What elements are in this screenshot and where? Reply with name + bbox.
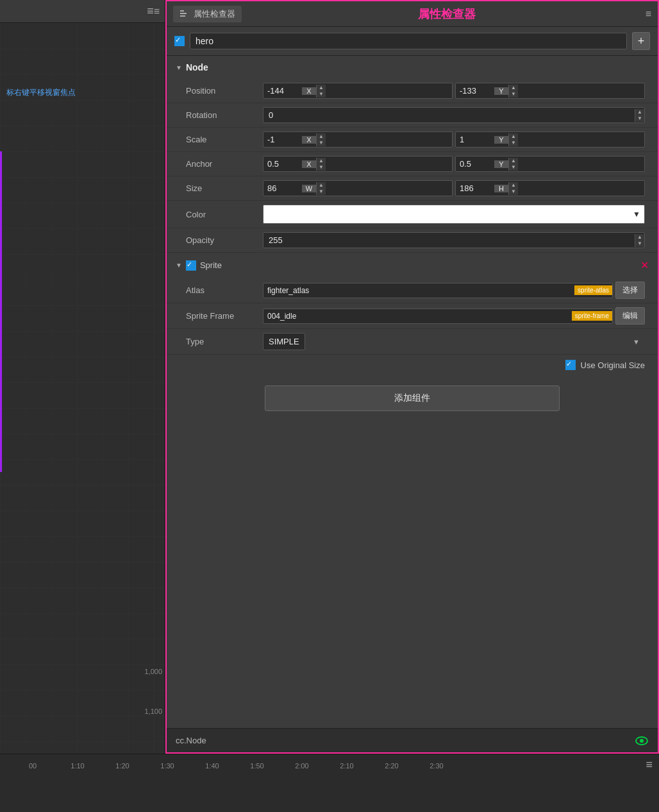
scale-x-up[interactable]: ▲	[317, 133, 326, 140]
size-h-up[interactable]: ▲	[509, 182, 518, 189]
sprite-section-title: Sprite	[200, 260, 222, 270]
scale-y-input[interactable]	[456, 132, 494, 147]
size-h-spinners: ▲ ▼	[508, 182, 518, 195]
anchor-row: Anchor X ▲ ▼ Y ▲ ▼	[167, 152, 658, 176]
position-x-input[interactable]	[263, 83, 302, 98]
anchor-y-up[interactable]: ▲	[509, 158, 518, 164]
size-h-down[interactable]: ▼	[509, 189, 518, 195]
color-row: Color ▼	[167, 201, 658, 228]
node-name-input[interactable]	[190, 33, 627, 49]
rotation-label: Rotation	[186, 110, 263, 120]
scale-controls: X ▲ ▼ Y ▲ ▼	[263, 131, 645, 148]
type-label: Type	[186, 337, 263, 346]
scale-x-spinners: ▲ ▼	[316, 133, 326, 146]
scale-label: Scale	[186, 135, 263, 144]
rotation-input[interactable]	[263, 108, 635, 123]
scene-hint-text: 标右键平移视窗焦点	[6, 87, 76, 98]
position-x-spinners: ▲ ▼	[316, 85, 326, 97]
anchor-y-badge: Y	[494, 160, 508, 168]
node-enabled-checkbox[interactable]	[174, 36, 185, 46]
scale-x-input[interactable]	[263, 132, 302, 147]
position-y-field: Y ▲ ▼	[455, 83, 645, 99]
use-original-size-row: Use Original Size	[167, 355, 658, 375]
size-w-up[interactable]: ▲	[317, 182, 326, 189]
y-badge: Y	[494, 87, 508, 95]
opacity-input[interactable]	[263, 233, 635, 248]
color-controls: ▼	[263, 205, 645, 224]
position-y-input[interactable]	[456, 83, 494, 98]
ruler-120: 1:20	[100, 762, 145, 770]
anchor-x-down[interactable]: ▼	[317, 164, 326, 171]
node-section-header[interactable]: ▼ Node	[167, 56, 658, 79]
sprite-section-close[interactable]: ✕	[640, 259, 649, 271]
sprite-frame-value-text: 004_idle	[263, 309, 572, 323]
scale-y-spinners: ▲ ▼	[508, 133, 518, 146]
sprite-frame-field: 004_idle sprite-frame	[263, 309, 613, 324]
anchor-y-down[interactable]: ▼	[509, 164, 518, 171]
scene-menu-icon[interactable]: ≡	[147, 4, 160, 18]
size-h-input[interactable]	[456, 181, 494, 196]
anchor-x-input[interactable]	[263, 156, 302, 171]
size-row: Size W ▲ ▼ H ▲ ▼	[167, 176, 658, 201]
scene-grid: 标右键平移视窗焦点 1,000 1,100	[0, 23, 165, 754]
ruler-left: 1,000 1,100	[144, 668, 165, 715]
scene-panel: ≡ 标右键平移视窗焦点 1,000 1,100	[0, 0, 165, 754]
ruler-110: 1:10	[55, 762, 100, 770]
position-row: Position X ▲ ▼ Y ▲ ▼	[167, 79, 658, 103]
anchor-controls: X ▲ ▼ Y ▲ ▼	[263, 156, 645, 172]
opacity-up[interactable]: ▲	[635, 234, 644, 241]
size-h-field: H ▲ ▼	[455, 180, 645, 196]
sprite-frame-edit-button[interactable]: 编辑	[615, 307, 645, 325]
eye-icon[interactable]	[635, 735, 649, 747]
sprite-enabled-checkbox[interactable]	[186, 260, 196, 271]
color-picker[interactable]: ▼	[263, 205, 645, 224]
position-x-up[interactable]: ▲	[317, 85, 326, 91]
footer-node-label: cc.Node	[176, 736, 206, 745]
atlas-row: Atlas fighter_atlas sprite-atlas 选择	[167, 278, 658, 303]
size-w-spinners: ▲ ▼	[316, 182, 326, 195]
svg-rect-0	[0, 23, 165, 754]
anchor-y-input[interactable]	[456, 156, 494, 171]
inspector-tab[interactable]: 属性检查器	[173, 6, 242, 22]
rotation-field: ▲ ▼	[263, 107, 645, 123]
anchor-x-up[interactable]: ▲	[317, 158, 326, 164]
inspector-menu-icon[interactable]: ≡	[646, 8, 651, 20]
purple-line	[0, 151, 2, 472]
sprite-section-header[interactable]: ▼ Sprite ✕	[167, 253, 658, 278]
use-original-size-checkbox[interactable]	[565, 360, 576, 370]
type-select[interactable]: SIMPLE SLICED TILED FILLED	[263, 333, 305, 350]
svg-rect-2	[180, 13, 187, 14]
anchor-x-badge: X	[302, 160, 316, 168]
scale-y-up[interactable]: ▲	[509, 133, 518, 140]
add-component-button[interactable]: 添加组件	[265, 385, 560, 411]
scale-x-field: X ▲ ▼	[263, 131, 453, 148]
rotation-up[interactable]: ▲	[635, 109, 644, 115]
anchor-y-spinners: ▲ ▼	[508, 158, 518, 171]
size-label: Size	[186, 183, 263, 193]
color-label: Color	[186, 210, 263, 219]
svg-rect-1	[180, 10, 184, 12]
h-badge: H	[494, 185, 508, 192]
property-inspector-panel: 属性检查器 属性检查器 ≡ + ▼ Node Position X ▲ ▼	[165, 0, 659, 754]
color-dropdown-arrow: ▼	[633, 210, 640, 219]
add-node-button[interactable]: +	[632, 32, 650, 50]
type-controls: SIMPLE SLICED TILED FILLED ▼	[263, 333, 645, 350]
opacity-spinners: ▲ ▼	[635, 234, 644, 247]
position-y-spinners: ▲ ▼	[508, 85, 518, 97]
rotation-down[interactable]: ▼	[635, 115, 644, 122]
scale-y-badge: Y	[494, 136, 508, 144]
bottom-menu-icon[interactable]: ≡	[646, 758, 653, 772]
size-w-down[interactable]: ▼	[317, 189, 326, 195]
opacity-down[interactable]: ▼	[635, 241, 644, 247]
scale-y-down[interactable]: ▼	[509, 140, 518, 146]
type-row: Type SIMPLE SLICED TILED FILLED ▼	[167, 329, 658, 355]
atlas-controls: fighter_atlas sprite-atlas 选择	[263, 282, 645, 299]
position-y-down[interactable]: ▼	[509, 91, 518, 97]
inspector-title: 属性检查器	[248, 6, 646, 22]
scale-x-down[interactable]: ▼	[317, 140, 326, 146]
atlas-select-button[interactable]: 选择	[615, 282, 645, 299]
size-w-input[interactable]	[263, 181, 302, 196]
position-y-up[interactable]: ▲	[509, 85, 518, 91]
position-x-down[interactable]: ▼	[317, 91, 326, 97]
ruler-220: 2:20	[369, 762, 414, 770]
